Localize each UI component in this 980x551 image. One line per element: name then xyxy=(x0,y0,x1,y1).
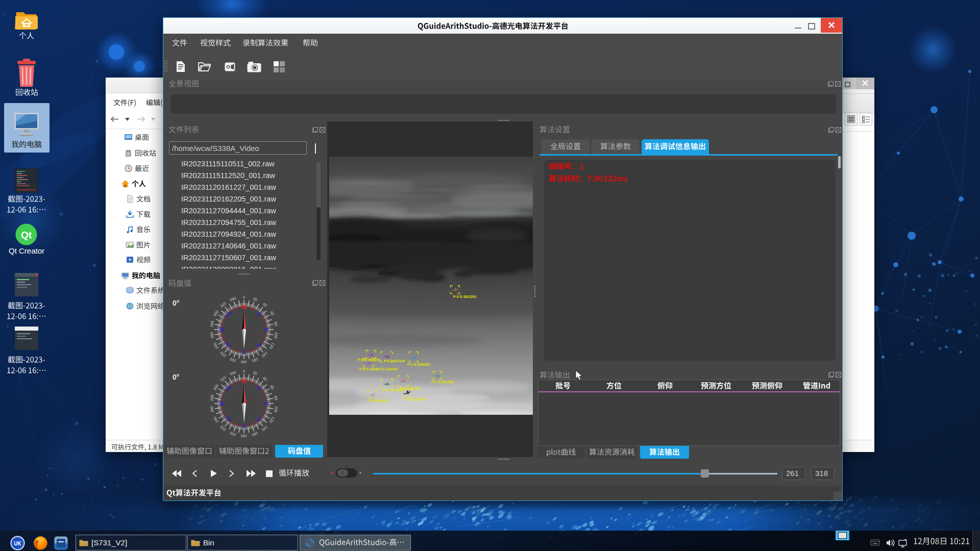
svg-text:140: 140 xyxy=(261,350,268,358)
svg-text:W: W xyxy=(219,327,225,332)
svg-text:160: 160 xyxy=(251,431,259,437)
svg-text:100: 100 xyxy=(273,332,279,339)
svg-text:NW: NW xyxy=(225,310,233,318)
svg-text:180: 180 xyxy=(241,360,248,364)
svg-text:0: 0 xyxy=(243,369,245,373)
svg-text:340: 340 xyxy=(229,296,237,303)
svg-text:NE: NE xyxy=(256,311,263,318)
svg-text:120: 120 xyxy=(268,416,276,423)
svg-text:260: 260 xyxy=(209,406,215,413)
svg-text:80: 80 xyxy=(273,395,278,400)
svg-text:140: 140 xyxy=(261,424,268,432)
svg-text:NE: NE xyxy=(256,385,263,392)
svg-text:200: 200 xyxy=(229,357,237,363)
svg-text:20: 20 xyxy=(252,370,258,376)
svg-text:80: 80 xyxy=(273,321,278,327)
svg-text:200: 200 xyxy=(229,431,237,437)
svg-text:120: 120 xyxy=(268,342,276,349)
svg-text:0: 0 xyxy=(243,295,245,299)
svg-text:320: 320 xyxy=(219,375,227,383)
svg-text:320: 320 xyxy=(219,301,227,309)
svg-text:SE: SE xyxy=(256,341,263,348)
svg-text:60: 60 xyxy=(269,310,275,316)
svg-text:W: W xyxy=(219,401,225,406)
svg-text:240: 240 xyxy=(212,342,219,349)
svg-text:S: S xyxy=(242,349,246,355)
svg-text:S: S xyxy=(242,423,246,429)
svg-text:300: 300 xyxy=(212,310,219,317)
svg-text:E: E xyxy=(263,328,269,332)
svg-text:180: 180 xyxy=(241,434,248,438)
svg-text:220: 220 xyxy=(219,350,227,358)
svg-text:300: 300 xyxy=(212,384,219,391)
svg-text:160: 160 xyxy=(251,357,259,363)
svg-text:60: 60 xyxy=(269,384,275,390)
svg-text:N: N xyxy=(242,378,247,385)
svg-text:220: 220 xyxy=(219,424,227,432)
svg-text:280: 280 xyxy=(209,394,215,402)
svg-text:Qt: Qt xyxy=(21,230,32,240)
svg-text:UK: UK xyxy=(14,541,21,546)
svg-text:SW: SW xyxy=(225,341,233,349)
svg-text:260: 260 xyxy=(209,332,215,339)
svg-text:NW: NW xyxy=(225,384,233,392)
svg-text:340: 340 xyxy=(229,370,237,377)
svg-text:E: E xyxy=(263,402,269,406)
svg-text:N: N xyxy=(242,304,247,311)
svg-text:20: 20 xyxy=(252,296,258,302)
svg-text:280: 280 xyxy=(209,320,215,328)
svg-text:SW: SW xyxy=(225,415,233,423)
svg-text:100: 100 xyxy=(273,406,279,413)
svg-text:240: 240 xyxy=(212,416,219,423)
svg-text:SE: SE xyxy=(256,415,263,422)
